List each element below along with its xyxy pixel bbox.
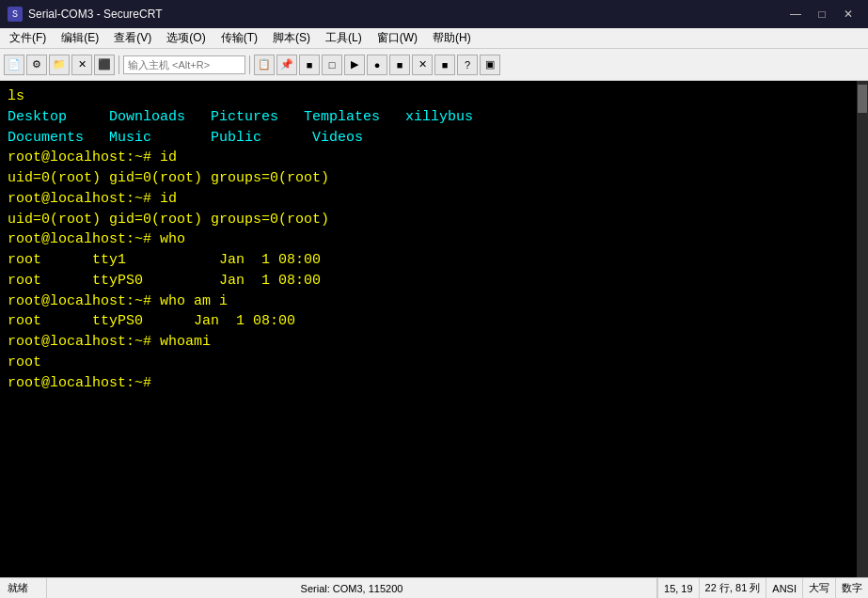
menu-view[interactable]: 查看(V) — [106, 28, 159, 48]
terminal-line-10: root ttyPS0 Jan 1 08:00 — [8, 273, 321, 289]
terminal-line-14: root — [8, 354, 41, 370]
terminal-line-3: Documents Music Public Videos — [8, 130, 363, 146]
toolbar-btn-5[interactable]: ⬛ — [94, 55, 115, 75]
status-encoding: ANSI — [765, 578, 802, 598]
status-num: 数字 — [835, 578, 868, 598]
terminal-line-4: root@localhost:~# id — [8, 150, 177, 165]
toolbar-btn-3[interactable]: 📁 — [49, 55, 70, 75]
terminal-line-1: ls — [8, 88, 24, 104]
terminal-line-11: root@localhost:~# who am i — [8, 293, 228, 309]
status-caps: 大写 — [802, 578, 835, 598]
scrollbar[interactable] — [857, 81, 868, 577]
toolbar-btn-copy[interactable]: 📋 — [254, 55, 275, 75]
toolbar-btn-10[interactable]: ■ — [389, 55, 410, 75]
separator-1 — [118, 55, 119, 74]
menu-help[interactable]: 帮助(H) — [425, 28, 479, 48]
menu-script[interactable]: 脚本(S) — [265, 28, 318, 48]
terminal-line-5: uid=0(root) gid=0(root) groups=0(root) — [8, 170, 329, 186]
menu-window[interactable]: 窗口(W) — [370, 28, 425, 48]
toolbar-btn-14[interactable]: ▣ — [480, 55, 500, 75]
status-connection: Serial: COM3, 115200 — [47, 578, 657, 598]
toolbar-btn-9[interactable]: ● — [367, 55, 387, 75]
terminal-line-6: root@localhost:~# id — [8, 191, 177, 207]
menu-tools[interactable]: 工具(L) — [318, 28, 370, 48]
menu-transfer[interactable]: 传输(T) — [213, 28, 265, 48]
status-position: 15, 19 — [657, 578, 699, 598]
toolbar-btn-paste[interactable]: 📌 — [276, 55, 297, 75]
terminal-line-9: root tty1 Jan 1 08:00 — [8, 252, 321, 268]
status-right: 15, 19 22 行, 81 列 ANSI 大写 数字 — [657, 578, 868, 598]
minimize-button[interactable]: — — [783, 5, 808, 24]
terminal[interactable]: ls Desktop Downloads Pictures Templates … — [0, 81, 857, 577]
terminal-line-7: uid=0(root) gid=0(root) groups=0(root) — [8, 212, 329, 228]
toolbar-btn-13[interactable]: ? — [457, 55, 478, 75]
window-controls: — □ ✕ — [783, 5, 860, 24]
toolbar-btn-4[interactable]: ✕ — [71, 55, 92, 75]
toolbar-btn-8[interactable]: ▶ — [344, 55, 365, 75]
menubar: 文件(F) 编辑(E) 查看(V) 选项(O) 传输(T) 脚本(S) 工具(L… — [0, 28, 868, 49]
toolbar-btn-1[interactable]: 📄 — [4, 55, 24, 75]
terminal-line-15: root@localhost:~# — [8, 375, 160, 391]
terminal-line-2: Desktop Downloads Pictures Templates xil… — [8, 109, 473, 125]
terminal-container: ls Desktop Downloads Pictures Templates … — [0, 81, 868, 577]
app-icon: S — [8, 7, 23, 22]
statusbar: 就绪 Serial: COM3, 115200 15, 19 22 行, 81 … — [0, 577, 868, 598]
titlebar: S Serial-COM3 - SecureCRT — □ ✕ — [0, 0, 868, 28]
titlebar-left: S Serial-COM3 - SecureCRT — [8, 7, 162, 22]
toolbar-btn-12[interactable]: ■ — [434, 55, 455, 75]
toolbar: 📄 ⚙ 📁 ✕ ⬛ 📋 📌 ■ □ ▶ ● ■ ✕ ■ ? ▣ — [0, 49, 868, 81]
terminal-line-8: root@localhost:~# who — [8, 231, 185, 247]
status-ready: 就绪 — [0, 578, 47, 598]
menu-edit[interactable]: 编辑(E) — [54, 28, 106, 48]
toolbar-btn-2[interactable]: ⚙ — [26, 55, 47, 75]
window-title: Serial-COM3 - SecureCRT — [28, 8, 162, 21]
toolbar-btn-6[interactable]: ■ — [299, 55, 320, 75]
toolbar-btn-7[interactable]: □ — [322, 55, 342, 75]
maximize-button[interactable]: □ — [810, 5, 834, 24]
status-lines: 22 行, 81 列 — [699, 578, 766, 598]
close-button[interactable]: ✕ — [836, 5, 860, 24]
scrollbar-thumb[interactable] — [858, 85, 867, 113]
toolbar-btn-11[interactable]: ✕ — [412, 55, 433, 75]
menu-file[interactable]: 文件(F) — [2, 28, 54, 48]
menu-options[interactable]: 选项(O) — [159, 28, 213, 48]
terminal-line-13: root@localhost:~# whoami — [8, 334, 211, 350]
separator-2 — [249, 55, 250, 74]
terminal-line-12: root ttyPS0 Jan 1 08:00 — [8, 313, 295, 329]
host-input[interactable] — [123, 55, 245, 74]
